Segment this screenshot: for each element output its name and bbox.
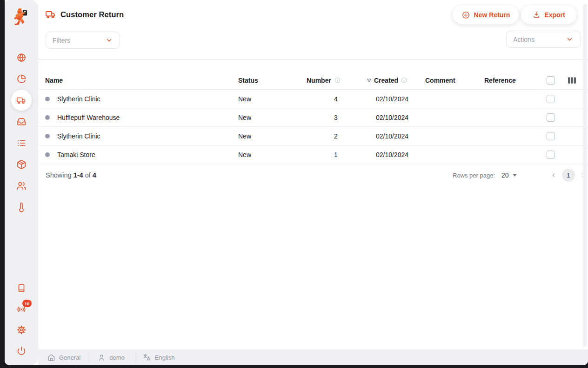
column-header-status[interactable]: Status [238, 77, 307, 84]
pie-chart-icon [16, 74, 27, 84]
sidebar-item-devices[interactable] [11, 278, 32, 298]
sidebar-item-globe[interactable] [11, 47, 32, 68]
row-status: New [238, 151, 307, 158]
statusbar-divider [89, 353, 89, 362]
sidebar: 10 [5, 0, 38, 365]
sidebar-item-customers[interactable] [11, 175, 32, 196]
row-status-dot [45, 97, 50, 101]
row-status-dot [45, 115, 50, 120]
rows-per-page-select[interactable]: 20 [501, 171, 517, 179]
translate-icon [143, 353, 151, 361]
row-name: Hufflepuff Warehouse [57, 114, 120, 121]
user-menu[interactable]: demo [98, 354, 125, 361]
column-header-created[interactable]: Created [367, 77, 425, 84]
table-header-row: Name Status Number Created [38, 71, 588, 90]
list-icon [16, 138, 27, 148]
language-selector[interactable]: English [143, 353, 175, 361]
users-icon [16, 181, 27, 191]
chevron-down-icon [566, 35, 574, 43]
table-footer: Showing 1-4 of 4 Rows per page: 20 1 [38, 164, 588, 186]
row-created: 02/10/2024 [367, 132, 425, 140]
thermometer-icon [16, 202, 27, 212]
globe-icon [16, 53, 27, 63]
user-label: demo [109, 354, 125, 361]
column-header-name[interactable]: Name [38, 77, 238, 84]
truck-icon [45, 9, 56, 20]
sidebar-item-logout[interactable] [11, 341, 32, 361]
actions-dropdown[interactable]: Actions [506, 31, 581, 48]
row-status: New [238, 95, 307, 103]
user-icon [98, 354, 106, 361]
row-created: 02/10/2024 [367, 95, 425, 103]
column-header-reference[interactable]: Reference [484, 77, 547, 84]
app-window: 10 [5, 0, 588, 365]
filters-dropdown[interactable]: Filters [46, 32, 120, 49]
row-status-dot [45, 134, 50, 138]
row-checkbox[interactable] [547, 113, 555, 122]
row-checkbox[interactable] [547, 151, 555, 159]
new-return-button[interactable]: New Return [453, 6, 519, 24]
row-number: 4 [307, 95, 367, 103]
actions-label: Actions [513, 36, 566, 43]
table-row[interactable]: Hufflepuff Warehouse New 3 02/10/2024 [38, 108, 588, 127]
info-icon [334, 77, 341, 84]
row-number: 2 [307, 132, 367, 140]
row-status: New [238, 132, 307, 140]
sidebar-item-inbox[interactable] [11, 111, 32, 132]
row-number: 1 [307, 151, 367, 158]
rows-per-page-label: Rows per page: [453, 172, 495, 179]
page-title: Customer Return [60, 10, 124, 19]
running-courier-logo [11, 7, 32, 31]
table-row[interactable]: Tamaki Store New 1 02/10/2024 [38, 145, 588, 164]
sort-descending-icon[interactable] [367, 78, 372, 83]
company-label: General [59, 354, 80, 361]
export-button[interactable]: Export [521, 6, 576, 24]
tablet-icon [16, 283, 27, 293]
sidebar-bottom-nav: 10 [5, 278, 38, 361]
language-label: English [155, 354, 175, 361]
previous-page-button[interactable] [548, 170, 559, 181]
scrollbar[interactable] [583, 4, 587, 347]
status-bar: General demo English [38, 349, 588, 365]
row-status: New [238, 114, 307, 121]
table-row[interactable]: Slytherin Clinic New 4 02/10/2024 [38, 90, 588, 108]
home-icon [47, 354, 55, 361]
pagination: 1 [548, 169, 588, 182]
truck-icon [16, 95, 27, 105]
chevron-left-icon [550, 172, 557, 178]
info-icon [401, 77, 408, 84]
select-all-checkbox[interactable] [547, 76, 555, 85]
showing-summary: Showing 1-4 of 4 [46, 171, 96, 179]
sidebar-item-temperature[interactable] [11, 197, 32, 217]
sidebar-item-customer-return[interactable] [11, 90, 32, 111]
column-header-number[interactable]: Number [307, 77, 367, 84]
statusbar-divider [136, 353, 136, 362]
column-header-comment[interactable]: Comment [425, 77, 484, 84]
row-checkbox[interactable] [547, 132, 555, 140]
content-divider [38, 59, 588, 60]
plus-circle-icon [461, 11, 470, 20]
notification-badge: 10 [22, 300, 32, 307]
sidebar-item-reports[interactable] [11, 68, 32, 89]
caret-down-icon [512, 173, 517, 177]
row-name: Slytherin Clinic [57, 95, 100, 103]
page-number-button[interactable]: 1 [562, 169, 575, 182]
sidebar-item-orders-list[interactable] [11, 132, 32, 153]
gear-icon [16, 325, 27, 335]
company-selector[interactable]: General [47, 354, 80, 361]
main-content: Customer Return New Return Export Filter… [38, 0, 588, 349]
sidebar-item-products[interactable] [11, 154, 32, 175]
table-row[interactable]: Slytherin Clinic New 2 02/10/2024 [38, 127, 588, 145]
sidebar-item-settings[interactable] [11, 320, 32, 340]
filters-label: Filters [53, 37, 105, 44]
row-status-dot [45, 152, 50, 157]
row-number: 3 [307, 114, 367, 121]
filter-bar: Filters Actions [38, 30, 588, 59]
sidebar-item-notifications[interactable]: 10 [11, 299, 32, 319]
power-icon [16, 346, 27, 356]
row-name: Tamaki Store [57, 151, 95, 158]
columns-settings-icon[interactable] [568, 77, 576, 84]
row-checkbox[interactable] [547, 95, 555, 103]
sidebar-nav [11, 47, 32, 218]
page-header: Customer Return New Return Export [38, 0, 588, 30]
